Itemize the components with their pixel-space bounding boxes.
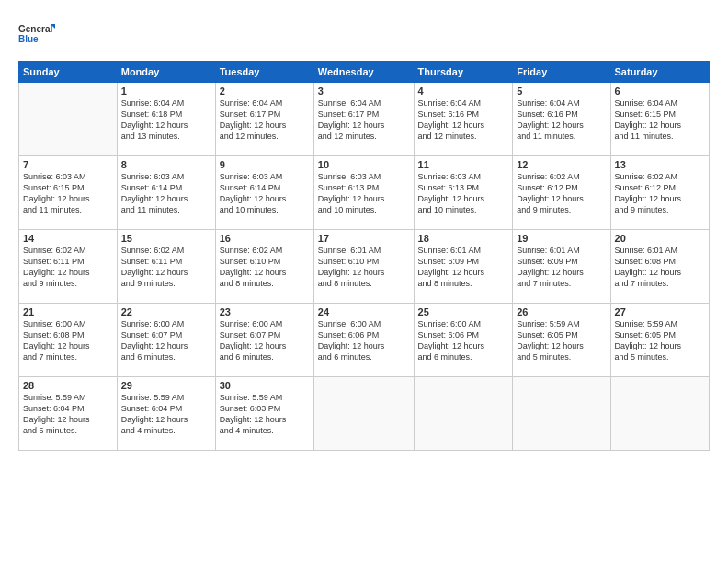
day-info: Sunrise: 6:01 AMSunset: 6:10 PMDaylight:… <box>318 245 410 290</box>
day-header-friday: Friday <box>513 62 610 83</box>
day-info: Sunrise: 6:03 AMSunset: 6:14 PMDaylight:… <box>121 171 211 216</box>
calendar-cell: 24Sunrise: 6:00 AMSunset: 6:06 PMDayligh… <box>313 304 414 377</box>
day-number: 4 <box>418 86 509 97</box>
day-number: 30 <box>220 380 310 391</box>
day-info: Sunrise: 6:03 AMSunset: 6:14 PMDaylight:… <box>220 171 310 216</box>
calendar-cell: 21Sunrise: 6:00 AMSunset: 6:08 PMDayligh… <box>19 304 118 377</box>
day-number: 14 <box>23 233 113 244</box>
day-number: 23 <box>220 306 310 317</box>
day-number: 11 <box>418 159 509 170</box>
calendar-cell: 18Sunrise: 6:01 AMSunset: 6:09 PMDayligh… <box>414 230 513 304</box>
day-number: 26 <box>517 306 606 317</box>
calendar-cell: 2Sunrise: 6:04 AMSunset: 6:17 PMDaylight… <box>215 83 313 156</box>
day-info: Sunrise: 6:04 AMSunset: 6:18 PMDaylight:… <box>121 98 211 143</box>
calendar-cell: 12Sunrise: 6:02 AMSunset: 6:12 PMDayligh… <box>513 156 610 230</box>
day-number: 2 <box>220 86 310 97</box>
day-number: 18 <box>418 233 509 244</box>
calendar-cell: 27Sunrise: 5:59 AMSunset: 6:05 PMDayligh… <box>610 304 709 377</box>
day-info: Sunrise: 6:00 AMSunset: 6:08 PMDaylight:… <box>23 318 113 363</box>
day-header-tuesday: Tuesday <box>215 62 313 83</box>
calendar-cell: 26Sunrise: 5:59 AMSunset: 6:05 PMDayligh… <box>513 304 610 377</box>
day-number: 12 <box>517 159 606 170</box>
calendar-cell: 10Sunrise: 6:03 AMSunset: 6:13 PMDayligh… <box>313 156 414 230</box>
day-number: 28 <box>23 380 113 391</box>
calendar-cell <box>19 83 118 156</box>
calendar-cell: 30Sunrise: 5:59 AMSunset: 6:03 PMDayligh… <box>215 377 313 451</box>
day-info: Sunrise: 6:04 AMSunset: 6:16 PMDaylight:… <box>517 98 606 143</box>
day-number: 3 <box>318 86 410 97</box>
calendar-cell: 29Sunrise: 5:59 AMSunset: 6:04 PMDayligh… <box>117 377 215 451</box>
calendar-cell: 6Sunrise: 6:04 AMSunset: 6:15 PMDaylight… <box>610 83 709 156</box>
day-info: Sunrise: 6:01 AMSunset: 6:09 PMDaylight:… <box>418 245 509 290</box>
day-info: Sunrise: 6:04 AMSunset: 6:15 PMDaylight:… <box>615 98 705 143</box>
calendar-cell: 17Sunrise: 6:01 AMSunset: 6:10 PMDayligh… <box>313 230 414 304</box>
day-info: Sunrise: 6:01 AMSunset: 6:08 PMDaylight:… <box>615 245 705 290</box>
calendar-cell <box>414 377 513 451</box>
day-number: 20 <box>615 233 705 244</box>
day-info: Sunrise: 6:00 AMSunset: 6:07 PMDaylight:… <box>121 318 211 363</box>
day-info: Sunrise: 5:59 AMSunset: 6:04 PMDaylight:… <box>121 392 211 437</box>
calendar-cell: 28Sunrise: 5:59 AMSunset: 6:04 PMDayligh… <box>19 377 118 451</box>
day-info: Sunrise: 6:04 AMSunset: 6:16 PMDaylight:… <box>418 98 509 143</box>
calendar-cell: 23Sunrise: 6:00 AMSunset: 6:07 PMDayligh… <box>215 304 313 377</box>
day-info: Sunrise: 6:02 AMSunset: 6:12 PMDaylight:… <box>517 171 606 216</box>
day-info: Sunrise: 6:03 AMSunset: 6:13 PMDaylight:… <box>318 171 410 216</box>
day-info: Sunrise: 6:03 AMSunset: 6:13 PMDaylight:… <box>418 171 509 216</box>
day-number: 9 <box>220 159 310 170</box>
calendar-cell: 25Sunrise: 6:00 AMSunset: 6:06 PMDayligh… <box>414 304 513 377</box>
day-number: 25 <box>418 306 509 317</box>
calendar: SundayMondayTuesdayWednesdayThursdayFrid… <box>18 61 710 451</box>
calendar-cell: 3Sunrise: 6:04 AMSunset: 6:17 PMDaylight… <box>313 83 414 156</box>
calendar-cell: 8Sunrise: 6:03 AMSunset: 6:14 PMDaylight… <box>117 156 215 230</box>
svg-text:Blue: Blue <box>18 34 39 44</box>
day-info: Sunrise: 6:03 AMSunset: 6:15 PMDaylight:… <box>23 171 113 216</box>
calendar-cell: 19Sunrise: 6:01 AMSunset: 6:09 PMDayligh… <box>513 230 610 304</box>
day-number: 7 <box>23 159 113 170</box>
calendar-cell: 9Sunrise: 6:03 AMSunset: 6:14 PMDaylight… <box>215 156 313 230</box>
calendar-cell: 16Sunrise: 6:02 AMSunset: 6:10 PMDayligh… <box>215 230 313 304</box>
svg-text:General: General <box>18 24 52 34</box>
day-number: 6 <box>615 86 705 97</box>
day-header-saturday: Saturday <box>610 62 709 83</box>
day-number: 27 <box>615 306 705 317</box>
day-number: 24 <box>318 306 410 317</box>
day-info: Sunrise: 6:01 AMSunset: 6:09 PMDaylight:… <box>517 245 606 290</box>
day-number: 5 <box>517 86 606 97</box>
day-number: 1 <box>121 86 211 97</box>
day-info: Sunrise: 6:00 AMSunset: 6:07 PMDaylight:… <box>220 318 310 363</box>
day-header-thursday: Thursday <box>414 62 513 83</box>
calendar-cell: 1Sunrise: 6:04 AMSunset: 6:18 PMDaylight… <box>117 83 215 156</box>
day-number: 19 <box>517 233 606 244</box>
day-number: 10 <box>318 159 410 170</box>
day-info: Sunrise: 5:59 AMSunset: 6:03 PMDaylight:… <box>220 392 310 437</box>
day-info: Sunrise: 5:59 AMSunset: 6:05 PMDaylight:… <box>615 318 705 363</box>
calendar-cell: 13Sunrise: 6:02 AMSunset: 6:12 PMDayligh… <box>610 156 709 230</box>
day-info: Sunrise: 6:04 AMSunset: 6:17 PMDaylight:… <box>318 98 410 143</box>
day-number: 22 <box>121 306 211 317</box>
day-number: 17 <box>318 233 410 244</box>
calendar-cell: 4Sunrise: 6:04 AMSunset: 6:16 PMDaylight… <box>414 83 513 156</box>
day-info: Sunrise: 6:02 AMSunset: 6:10 PMDaylight:… <box>220 245 310 290</box>
calendar-cell <box>610 377 709 451</box>
calendar-cell: 22Sunrise: 6:00 AMSunset: 6:07 PMDayligh… <box>117 304 215 377</box>
day-number: 16 <box>220 233 310 244</box>
calendar-cell <box>513 377 610 451</box>
day-info: Sunrise: 5:59 AMSunset: 6:04 PMDaylight:… <box>23 392 113 437</box>
day-number: 13 <box>615 159 705 170</box>
calendar-cell: 7Sunrise: 6:03 AMSunset: 6:15 PMDaylight… <box>19 156 118 230</box>
day-info: Sunrise: 6:02 AMSunset: 6:11 PMDaylight:… <box>23 245 113 290</box>
day-number: 15 <box>121 233 211 244</box>
day-info: Sunrise: 6:04 AMSunset: 6:17 PMDaylight:… <box>220 98 310 143</box>
day-info: Sunrise: 6:02 AMSunset: 6:12 PMDaylight:… <box>615 171 705 216</box>
day-header-monday: Monday <box>117 62 215 83</box>
calendar-cell <box>313 377 414 451</box>
calendar-cell: 11Sunrise: 6:03 AMSunset: 6:13 PMDayligh… <box>414 156 513 230</box>
calendar-cell: 15Sunrise: 6:02 AMSunset: 6:11 PMDayligh… <box>117 230 215 304</box>
day-info: Sunrise: 6:02 AMSunset: 6:11 PMDaylight:… <box>121 245 211 290</box>
day-header-wednesday: Wednesday <box>313 62 414 83</box>
calendar-cell: 5Sunrise: 6:04 AMSunset: 6:16 PMDaylight… <box>513 83 610 156</box>
day-number: 29 <box>121 380 211 391</box>
day-number: 8 <box>121 159 211 170</box>
day-info: Sunrise: 5:59 AMSunset: 6:05 PMDaylight:… <box>517 318 606 363</box>
day-number: 21 <box>23 306 113 317</box>
